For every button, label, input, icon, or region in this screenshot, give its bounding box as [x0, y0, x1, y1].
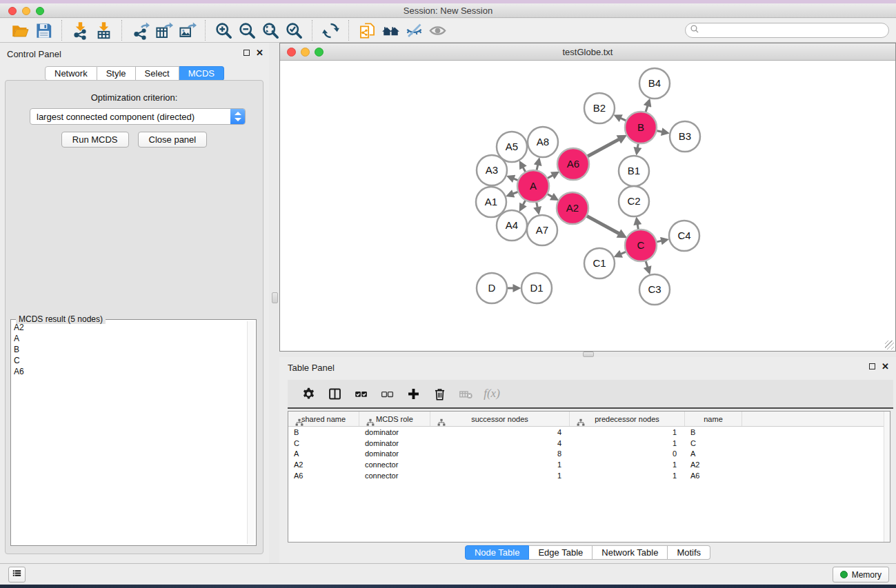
- graph-edge-A6-B[interactable]: [584, 139, 619, 158]
- close-table-panel-icon[interactable]: ✕: [882, 363, 889, 369]
- column-header-successor-nodes[interactable]: successor nodes: [430, 412, 570, 426]
- window-resize-grip[interactable]: [885, 341, 894, 349]
- tab-style[interactable]: Style: [97, 66, 136, 81]
- graph-node-B1[interactable]: B1: [619, 156, 649, 186]
- table-cell: 4: [430, 439, 570, 447]
- graph-node-A4[interactable]: A4: [497, 210, 527, 241]
- graph-node-C2[interactable]: C2: [619, 186, 649, 216]
- graph-node-C4[interactable]: C4: [669, 221, 699, 251]
- criterion-dropdown[interactable]: largest connected component (directed): [30, 108, 246, 125]
- tab-edge-table[interactable]: Edge Table: [529, 545, 593, 560]
- export-image-icon[interactable]: [175, 20, 199, 41]
- column-header-predecessor-nodes[interactable]: predecessor nodes: [570, 412, 685, 426]
- graph-node-A2[interactable]: A2: [557, 192, 588, 224]
- column-header-shared-name[interactable]: shared name: [288, 412, 359, 426]
- graph-node-A[interactable]: A: [517, 170, 549, 202]
- show-birds-eye-icon[interactable]: [426, 20, 449, 41]
- graph-node-B2[interactable]: B2: [584, 93, 615, 123]
- zoom-out-icon[interactable]: [235, 20, 259, 41]
- split-view-icon[interactable]: [321, 382, 348, 405]
- tab-network-table[interactable]: Network Table: [593, 545, 668, 560]
- tab-network[interactable]: Network: [45, 66, 97, 81]
- memory-button[interactable]: Memory: [833, 567, 889, 582]
- table-row[interactable]: A6connector11A6: [288, 470, 890, 481]
- status-bar: Memory: [0, 563, 896, 585]
- table-row[interactable]: A2connector11A2: [288, 459, 890, 470]
- task-history-button[interactable]: [8, 567, 26, 582]
- graph-node-A6[interactable]: A6: [557, 148, 589, 180]
- mcds-result-item[interactable]: B: [14, 344, 245, 355]
- column-header-MCDS-role[interactable]: MCDS role: [359, 412, 430, 426]
- mcds-result-item[interactable]: C: [14, 355, 245, 366]
- export-table-icon[interactable]: [152, 20, 175, 41]
- export-network-icon[interactable]: [128, 20, 152, 41]
- mcds-result-item[interactable]: A: [14, 333, 245, 344]
- save-session-icon[interactable]: [32, 20, 55, 41]
- vertical-split-handle[interactable]: [272, 292, 278, 303]
- open-session-icon[interactable]: [8, 20, 32, 41]
- search-input[interactable]: [700, 26, 888, 35]
- network-canvas[interactable]: B4B2BB3A5A8A6B1A3AA1C2A2A4A7C4CC1C3DD1: [280, 61, 895, 351]
- run-mcds-button[interactable]: Run MCDS: [61, 132, 129, 148]
- delete-column-trash-icon[interactable]: [426, 382, 452, 405]
- mcds-result-item[interactable]: A2: [14, 322, 245, 333]
- graph-node-D[interactable]: D: [477, 273, 507, 303]
- graph-node-B[interactable]: B: [625, 112, 657, 143]
- graph-node-B3[interactable]: B3: [670, 121, 700, 152]
- graph-node-D1[interactable]: D1: [521, 273, 552, 303]
- mcds-result-item[interactable]: A6: [14, 366, 245, 377]
- list-icon: [11, 567, 23, 582]
- network-window-title: testGlobe.txt: [280, 47, 895, 57]
- table-cell: dominator: [359, 449, 430, 458]
- zoom-in-icon[interactable]: [212, 20, 235, 41]
- import-table-icon[interactable]: [92, 20, 115, 41]
- tab-motifs[interactable]: Motifs: [668, 545, 710, 560]
- sitemap-icon: [292, 415, 300, 423]
- select-all-icon[interactable]: [348, 382, 374, 405]
- table-cell: C: [288, 439, 359, 447]
- table-row[interactable]: Cdominator41C: [288, 438, 890, 449]
- tab-mcds[interactable]: MCDS: [179, 66, 224, 81]
- graph-node-A8[interactable]: A8: [528, 127, 558, 157]
- window-title: Session: New Session: [0, 6, 896, 16]
- table-options-gear-icon[interactable]: [295, 382, 321, 405]
- svg-text:B2: B2: [593, 102, 606, 114]
- zoom-selected-icon[interactable]: [282, 20, 306, 41]
- graph-node-C[interactable]: C: [625, 230, 657, 261]
- refresh-network-icon[interactable]: [319, 20, 342, 41]
- node-table-header: shared nameMCDS rolesuccessor nodesprede…: [288, 412, 890, 427]
- import-network-icon[interactable]: [68, 20, 92, 41]
- tab-select[interactable]: Select: [136, 66, 179, 81]
- graph-node-A7[interactable]: A7: [527, 215, 557, 245]
- hide-graphics-details-icon[interactable]: [402, 20, 426, 41]
- deselect-all-icon[interactable]: [374, 382, 400, 405]
- network-graph[interactable]: B4B2BB3A5A8A6B1A3AA1C2A2A4A7C4CC1C3DD1: [281, 61, 895, 351]
- mcds-result-box: MCDS result (5 nodes) A2ABCA6: [10, 319, 257, 546]
- table-cell: A2: [288, 460, 359, 469]
- float-panel-icon[interactable]: [243, 50, 250, 56]
- home-view-icon[interactable]: [379, 20, 402, 41]
- node-table-scrollbar[interactable]: [884, 412, 890, 542]
- tab-node-table[interactable]: Node Table: [465, 545, 530, 560]
- graph-node-C3[interactable]: C3: [639, 274, 670, 305]
- zoom-fit-content-icon[interactable]: [259, 20, 282, 41]
- graph-node-B4[interactable]: B4: [639, 68, 670, 99]
- table-row[interactable]: Adominator80A: [288, 448, 890, 459]
- table-row[interactable]: Bdominator41B: [288, 427, 890, 438]
- graph-edge-A2-C[interactable]: [584, 214, 619, 234]
- svg-text:B4: B4: [648, 77, 661, 89]
- mcds-result-scrollbar[interactable]: [247, 321, 255, 544]
- graph-node-C1[interactable]: C1: [584, 248, 615, 278]
- float-table-panel-icon[interactable]: [869, 363, 875, 369]
- horizontal-split-handle[interactable]: [583, 352, 594, 357]
- graph-node-A1[interactable]: A1: [476, 187, 506, 217]
- graph-node-A3[interactable]: A3: [477, 155, 507, 185]
- close-panel-button[interactable]: Close panel: [138, 132, 208, 148]
- clone-network-icon[interactable]: [355, 20, 379, 41]
- column-header-name[interactable]: name: [685, 412, 742, 426]
- mcds-result-list[interactable]: A2ABCA6: [14, 322, 245, 543]
- add-column-icon[interactable]: [400, 382, 426, 405]
- svg-text:C3: C3: [648, 283, 661, 295]
- close-panel-icon[interactable]: ✕: [256, 50, 263, 56]
- search-field[interactable]: [685, 23, 889, 38]
